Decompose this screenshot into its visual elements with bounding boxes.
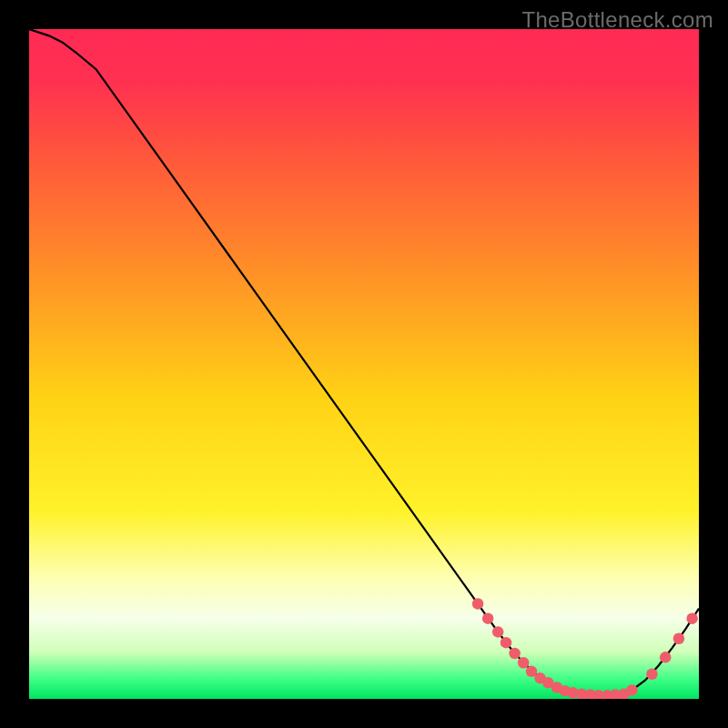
chart-svg bbox=[29, 29, 699, 699]
svg-point-22 bbox=[686, 612, 698, 624]
gradient-background bbox=[29, 29, 699, 699]
svg-point-3 bbox=[500, 637, 512, 649]
svg-point-2 bbox=[492, 626, 504, 638]
svg-point-19 bbox=[646, 669, 658, 681]
svg-point-20 bbox=[660, 652, 672, 663]
svg-point-18 bbox=[626, 684, 638, 696]
svg-point-5 bbox=[518, 657, 530, 669]
svg-point-0 bbox=[472, 598, 484, 610]
svg-point-21 bbox=[673, 633, 685, 645]
watermark-label: TheBottleneck.com bbox=[521, 7, 713, 33]
svg-point-1 bbox=[482, 612, 494, 624]
svg-point-4 bbox=[509, 648, 521, 660]
plot-area bbox=[29, 29, 699, 699]
chart-container: TheBottleneck.com bbox=[0, 0, 728, 728]
